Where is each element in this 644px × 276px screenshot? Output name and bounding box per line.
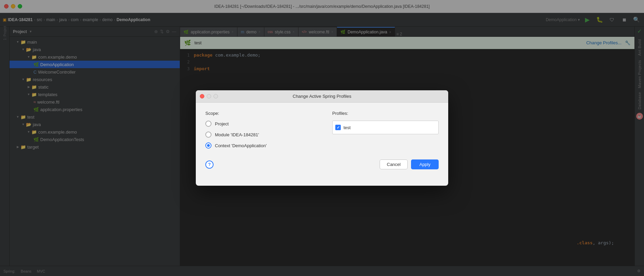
modal-window-controls[interactable] bbox=[200, 94, 218, 98]
scope-module-option[interactable]: Module 'IDEA-184281' bbox=[205, 132, 312, 138]
apply-button[interactable]: Apply bbox=[411, 159, 439, 169]
profiles-label: Profiles: bbox=[332, 111, 439, 116]
modal-dialog: Change Active Spring Profiles Scope: Pro… bbox=[196, 90, 448, 186]
scope-project-radio[interactable] bbox=[205, 121, 211, 127]
scope-radio-group: Project Module 'IDEA-184281' Context 'De… bbox=[205, 121, 312, 149]
modal-body: Scope: Project Module 'IDEA-184281' bbox=[196, 103, 448, 155]
profile-text-input[interactable] bbox=[343, 125, 436, 130]
profile-checkbox[interactable]: ✓ bbox=[335, 125, 341, 130]
modal-min-button[interactable] bbox=[207, 94, 211, 98]
radio-dot bbox=[207, 144, 210, 147]
scope-project-label: Project bbox=[215, 121, 229, 126]
cancel-button[interactable]: Cancel bbox=[380, 159, 408, 169]
modal-scope-section: Scope: Project Module 'IDEA-184281' bbox=[205, 111, 312, 149]
help-button[interactable]: ? bbox=[205, 160, 214, 169]
scope-context-radio[interactable] bbox=[205, 142, 211, 149]
modal-overlay: Change Active Spring Profiles Scope: Pro… bbox=[0, 0, 644, 276]
modal-max-button[interactable] bbox=[214, 94, 218, 98]
checkbox-checkmark: ✓ bbox=[337, 125, 340, 130]
modal-title: Change Active Spring Profiles bbox=[196, 94, 448, 99]
modal-titlebar: Change Active Spring Profiles bbox=[196, 90, 448, 103]
scope-module-radio[interactable] bbox=[205, 132, 211, 138]
modal-footer: ? Cancel Apply bbox=[196, 155, 448, 176]
scope-context-option[interactable]: Context 'DemoApplication' bbox=[205, 142, 312, 149]
modal-profiles-section: Profiles: ✓ bbox=[332, 111, 439, 149]
scope-label: Scope: bbox=[205, 111, 312, 116]
modal-action-buttons: Cancel Apply bbox=[380, 159, 439, 169]
profiles-input-area[interactable]: ✓ bbox=[332, 121, 439, 134]
scope-module-label: Module 'IDEA-184281' bbox=[215, 132, 259, 137]
scope-context-label: Context 'DemoApplication' bbox=[215, 143, 267, 148]
scope-project-option[interactable]: Project bbox=[205, 121, 312, 127]
modal-close-button[interactable] bbox=[200, 94, 204, 98]
